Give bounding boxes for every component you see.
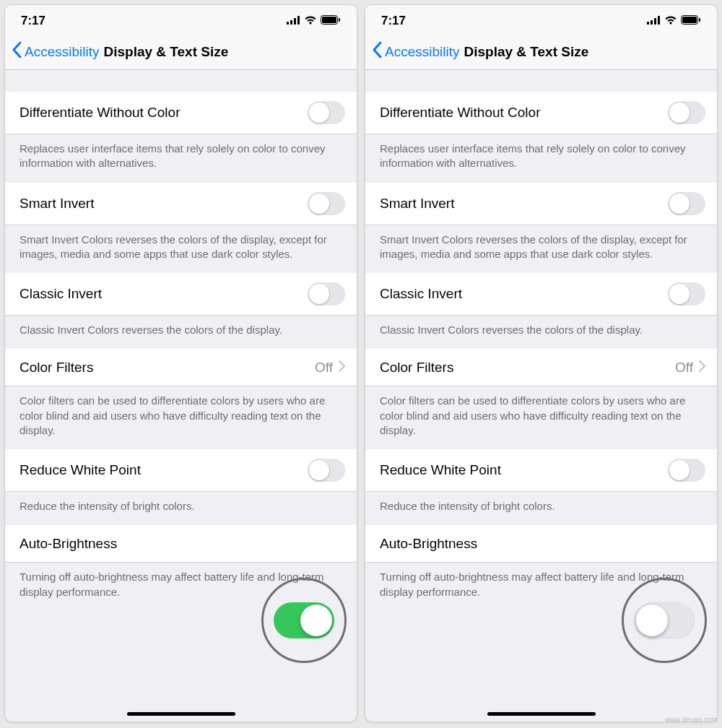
row-color-filters[interactable]: Color Filters Off (365, 349, 717, 386)
row-footer: Classic Invert Colors reverses the color… (365, 316, 717, 349)
watermark: www.deuaq.com (665, 716, 718, 724)
settings-list: Differentiate Without Color Replaces use… (5, 70, 357, 611)
row-auto-brightness[interactable]: Auto-Brightness (365, 525, 717, 563)
svg-rect-1 (290, 20, 292, 25)
back-button[interactable]: Accessibility (373, 42, 459, 61)
row-footer: Replaces user interface items that rely … (5, 134, 357, 183)
row-footer: Smart Invert Colors reverses the colors … (365, 225, 717, 274)
row-value: Off (675, 360, 693, 376)
svg-rect-9 (654, 18, 656, 25)
toggle-differentiate[interactable] (668, 101, 705, 124)
row-label: Color Filters (19, 360, 315, 376)
status-indicators (287, 14, 341, 28)
toggle-reduce-white-point[interactable] (308, 459, 345, 482)
svg-rect-3 (297, 16, 300, 25)
row-footer: Smart Invert Colors reverses the colors … (5, 225, 357, 274)
cellular-icon (647, 14, 661, 28)
toggle-smart-invert[interactable] (668, 192, 705, 215)
row-label: Reduce White Point (380, 462, 668, 478)
svg-rect-7 (647, 22, 649, 25)
row-label: Differentiate Without Color (380, 105, 668, 121)
chevron-right-icon (699, 360, 705, 376)
status-time: 7:17 (381, 14, 406, 28)
back-label: Accessibility (25, 44, 99, 60)
wifi-icon (304, 14, 317, 28)
toggle-auto-brightness[interactable] (274, 602, 334, 638)
row-reduce-white-point[interactable]: Reduce White Point (5, 449, 357, 492)
battery-icon (321, 14, 341, 28)
row-smart-invert[interactable]: Smart Invert (5, 183, 357, 225)
wifi-icon (664, 14, 677, 28)
toggle-classic-invert[interactable] (668, 282, 705, 306)
toggle-auto-brightness[interactable] (634, 602, 695, 638)
screenshot-pair: 7:17 Accessibility Display & Te (0, 0, 722, 727)
chevron-left-icon (12, 42, 22, 61)
svg-rect-10 (658, 16, 660, 25)
page-title: Display & Text Size (103, 44, 228, 60)
toggle-differentiate[interactable] (308, 101, 345, 124)
svg-rect-5 (322, 17, 336, 23)
row-label: Classic Invert (380, 286, 668, 302)
cellular-icon (287, 14, 300, 28)
svg-rect-0 (287, 22, 289, 25)
row-label: Classic Invert (19, 286, 308, 302)
row-label: Differentiate Without Color (19, 105, 308, 121)
chevron-left-icon (373, 42, 382, 61)
row-color-filters[interactable]: Color Filters Off (5, 349, 357, 386)
row-classic-invert[interactable]: Classic Invert (5, 273, 357, 316)
svg-rect-6 (339, 18, 340, 22)
row-footer: Classic Invert Colors reverses the color… (5, 316, 357, 349)
toggle-smart-invert[interactable] (308, 192, 345, 215)
settings-list: Differentiate Without Color Replaces use… (365, 70, 717, 611)
row-label: Reduce White Point (19, 462, 308, 478)
row-differentiate-without-color[interactable]: Differentiate Without Color (365, 92, 717, 134)
row-auto-brightness[interactable]: Auto-Brightness (5, 525, 357, 563)
row-label: Color Filters (380, 360, 675, 376)
row-value: Off (315, 360, 333, 376)
row-differentiate-without-color[interactable]: Differentiate Without Color (5, 92, 357, 134)
row-footer: Reduce the intensity of bright colors. (365, 492, 717, 525)
status-indicators (647, 14, 701, 28)
phone-screen-left: 7:17 Accessibility Display & Te (4, 4, 357, 722)
row-footer: Color filters can be used to differentia… (365, 386, 717, 449)
svg-rect-13 (699, 18, 700, 22)
svg-rect-2 (294, 18, 296, 25)
status-bar: 7:17 (5, 5, 357, 37)
status-bar: 7:17 (365, 5, 717, 37)
nav-bar: Accessibility Display & Text Size (5, 37, 357, 70)
svg-rect-12 (682, 17, 697, 23)
home-indicator[interactable] (487, 712, 596, 716)
battery-icon (681, 14, 701, 28)
row-label: Smart Invert (380, 196, 668, 212)
svg-rect-8 (651, 20, 653, 25)
row-reduce-white-point[interactable]: Reduce White Point (365, 449, 717, 492)
back-button[interactable]: Accessibility (12, 42, 99, 61)
row-footer: Color filters can be used to differentia… (5, 386, 357, 449)
status-time: 7:17 (21, 14, 45, 28)
home-indicator[interactable] (127, 712, 235, 716)
toggle-classic-invert[interactable] (308, 282, 345, 306)
chevron-right-icon (339, 360, 345, 376)
toggle-reduce-white-point[interactable] (668, 459, 705, 482)
row-label: Smart Invert (19, 196, 308, 212)
row-label: Auto-Brightness (19, 536, 345, 552)
nav-bar: Accessibility Display & Text Size (365, 37, 717, 70)
row-classic-invert[interactable]: Classic Invert (365, 273, 717, 316)
row-footer: Replaces user interface items that rely … (365, 134, 717, 183)
back-label: Accessibility (385, 44, 459, 60)
phone-screen-right: 7:17 Accessibility Display & Te (365, 4, 718, 722)
row-footer: Reduce the intensity of bright colors. (5, 492, 357, 525)
row-smart-invert[interactable]: Smart Invert (365, 183, 717, 225)
page-title: Display & Text Size (464, 44, 588, 60)
row-label: Auto-Brightness (380, 536, 705, 552)
